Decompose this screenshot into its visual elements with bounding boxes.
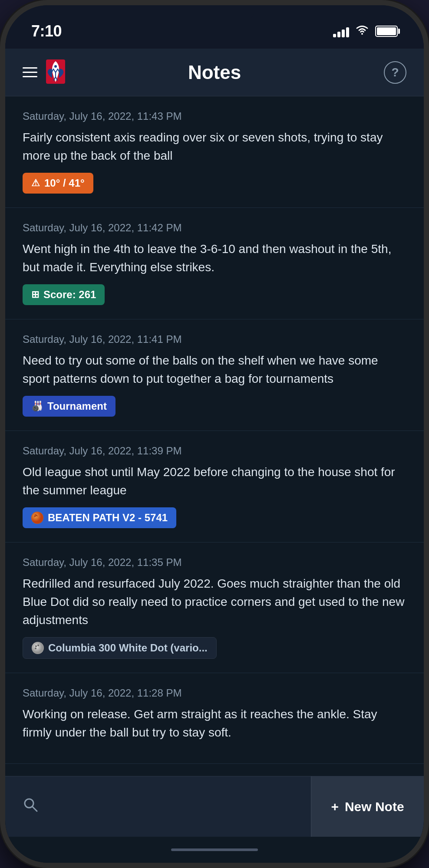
note-tag-label-5: Columbia 300 White Dot (vario... [48, 642, 208, 654]
svg-point-2 [32, 512, 43, 523]
header-left [23, 59, 65, 85]
score-icon: ⊞ [31, 289, 39, 300]
menu-button[interactable] [23, 67, 37, 77]
app-header: Notes ? [5, 49, 424, 96]
note-text-5: Redrilled and resurfaced July 2022. Goes… [23, 575, 406, 629]
hamburger-line-2 [23, 72, 37, 73]
note-tag-label-3: Tournament [47, 400, 107, 412]
note-text-2: Went high in the 4th to leave the 3-6-10… [23, 240, 406, 276]
plus-icon: + [331, 799, 339, 814]
svg-point-6 [35, 648, 36, 649]
note-tag-label-2: Score: 261 [43, 289, 96, 301]
note-tag-label-4: BEATEN PATH V2 - 5741 [48, 512, 168, 524]
note-date-6: Saturday, July 16, 2022, 11:28 PM [23, 687, 406, 699]
signal-bar-4 [346, 27, 349, 37]
note-item-2[interactable]: Saturday, July 16, 2022, 11:42 PM Went h… [5, 208, 424, 319]
notch [175, 5, 254, 23]
search-area[interactable] [5, 776, 311, 837]
bowling-ball-icon [31, 512, 43, 524]
home-bar [171, 848, 258, 851]
note-tag-5[interactable]: Columbia 300 White Dot (vario... [23, 637, 217, 659]
note-item-6[interactable]: Saturday, July 16, 2022, 11:28 PM Workin… [5, 673, 424, 764]
note-tag-1[interactable]: ⚠ 10° / 41° [23, 173, 93, 194]
note-date-1: Saturday, July 16, 2022, 11:43 PM [23, 110, 406, 122]
note-tag-4[interactable]: BEATEN PATH V2 - 5741 [23, 507, 176, 528]
note-tag-3[interactable]: 🎳 Tournament [23, 396, 116, 417]
note-date-5: Saturday, July 16, 2022, 11:35 PM [23, 556, 406, 569]
signal-bar-3 [342, 30, 345, 37]
hamburger-line-3 [23, 76, 37, 77]
new-note-label: New Note [345, 799, 404, 814]
help-button[interactable]: ? [384, 61, 406, 84]
svg-line-8 [33, 807, 37, 811]
lock-icon: 🎳 [31, 401, 43, 412]
battery-icon [375, 26, 398, 37]
hamburger-line-1 [23, 67, 37, 69]
phone-inner: 7:10 [5, 5, 424, 863]
signal-bars-icon [333, 25, 349, 37]
status-time: 7:10 [31, 22, 62, 40]
svg-point-3 [32, 642, 43, 654]
note-text-6: Working on release. Get arm straight as … [23, 705, 406, 742]
note-date-3: Saturday, July 16, 2022, 11:41 PM [23, 333, 406, 345]
home-indicator [5, 837, 424, 863]
note-item-1[interactable]: Saturday, July 16, 2022, 11:43 PM Fairly… [5, 96, 424, 208]
svg-point-5 [37, 644, 39, 646]
bottom-bar: + New Note [5, 776, 424, 837]
white-dot-icon [32, 642, 44, 654]
signal-bar-2 [337, 32, 340, 37]
wifi-icon [355, 24, 369, 39]
phone-frame: 7:10 [0, 0, 429, 868]
svg-point-4 [35, 645, 37, 647]
notes-list[interactable]: Saturday, July 16, 2022, 11:43 PM Fairly… [5, 96, 424, 776]
note-item-4[interactable]: Saturday, July 16, 2022, 11:39 PM Old le… [5, 431, 424, 542]
note-tag-label-1: 10° / 41° [44, 177, 85, 189]
note-text-1: Fairly consistent axis reading over six … [23, 128, 406, 165]
note-item-3[interactable]: Saturday, July 16, 2022, 11:41 PM Need t… [5, 319, 424, 431]
note-text-3: Need to try out some of the balls on the… [23, 352, 406, 388]
nba-logo [46, 59, 65, 85]
content-area: Notes ? Saturday, July 16, 2022, 11:43 P… [5, 49, 424, 863]
status-bar: 7:10 [5, 5, 424, 49]
new-note-button[interactable]: + New Note [311, 776, 424, 837]
note-tag-2[interactable]: ⊞ Score: 261 [23, 284, 105, 305]
svg-point-1 [54, 65, 57, 68]
note-item-5[interactable]: Saturday, July 16, 2022, 11:35 PM Redril… [5, 542, 424, 673]
note-date-4: Saturday, July 16, 2022, 11:39 PM [23, 445, 406, 457]
status-icons [333, 24, 398, 39]
note-date-2: Saturday, July 16, 2022, 11:42 PM [23, 222, 406, 234]
warning-icon: ⚠ [31, 178, 40, 189]
battery-fill [377, 27, 396, 35]
note-text-4: Old league shot until May 2022 before ch… [23, 463, 406, 500]
search-icon [23, 797, 38, 816]
page-title: Notes [188, 62, 241, 83]
help-icon: ? [391, 66, 399, 79]
signal-bar-1 [333, 34, 336, 37]
